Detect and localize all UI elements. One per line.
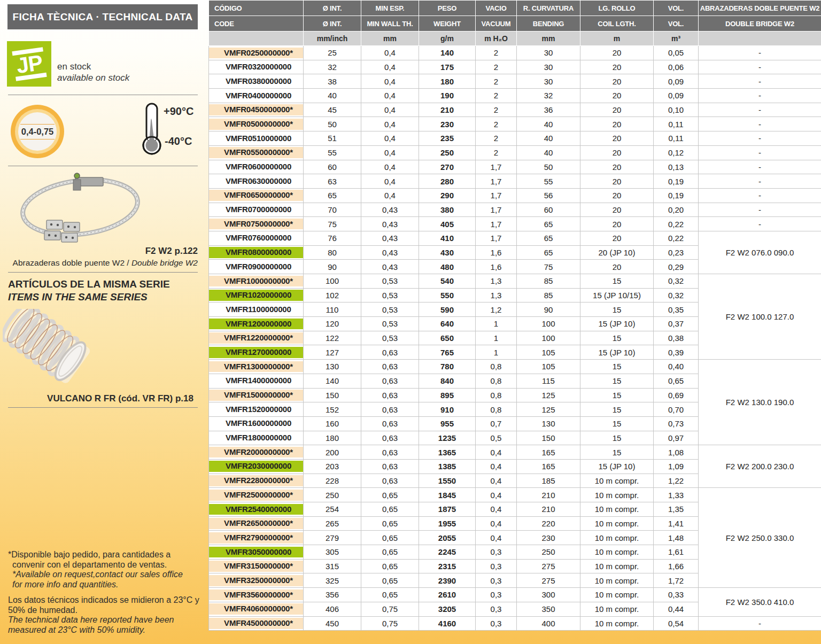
cell-diameter: 203 — [304, 459, 361, 474]
cell-diameter: 140 — [304, 374, 361, 388]
column-header: VACUUM — [476, 16, 517, 32]
cell-weight: 650 — [419, 331, 476, 345]
cell-vacuum: 1,7 — [476, 231, 517, 245]
cell-min-wall: 0,43 — [361, 231, 419, 245]
cell-clamp-ref: - — [699, 131, 821, 146]
divider — [8, 407, 198, 408]
cell-diameter: 325 — [304, 573, 361, 588]
cell-diameter: 127 — [304, 345, 361, 360]
unit-cell — [699, 32, 821, 46]
cell-bending: 130 — [517, 416, 580, 431]
wall-thickness-range: 0,4-0,75 — [20, 124, 55, 139]
cell-weight: 380 — [419, 203, 476, 217]
cell-coil-length: 20 — [580, 131, 654, 146]
cell-diameter: 100 — [304, 274, 361, 289]
cell-weight: 2055 — [419, 531, 476, 545]
cell-volume: 0,09 — [654, 89, 699, 103]
cell-bending: 275 — [517, 559, 580, 573]
cell-volume: 0,40 — [654, 360, 699, 374]
cell-bending: 210 — [517, 488, 580, 502]
code-highlight: VMFR0450000000* — [209, 104, 303, 115]
cell-bending: 105 — [517, 360, 580, 374]
unit-cell: mm — [517, 32, 580, 46]
column-header: MIN ESP. — [361, 1, 419, 16]
cell-coil-length: 15 — [580, 374, 654, 388]
cell-bending: 30 — [517, 46, 580, 60]
cell-weight: 2610 — [419, 588, 476, 602]
cell-vacuum: 0,8 — [476, 360, 517, 374]
cell-diameter: 40 — [304, 89, 361, 103]
cell-diameter: 80 — [304, 245, 361, 260]
cell-coil-length: 20 — [580, 103, 654, 117]
cell-min-wall: 0,53 — [361, 288, 419, 302]
badge-center: 0,4-0,75 — [18, 112, 57, 151]
column-header: Ø INT. — [304, 1, 361, 16]
divider — [8, 95, 198, 95]
cell-volume: 0,09 — [654, 74, 699, 89]
jp-stock-logo: JP — [7, 41, 51, 87]
code-highlight: VMFR0600000000 — [209, 161, 303, 173]
wall-thickness-badge: 0,4-0,75 — [11, 105, 64, 158]
cell-coil-length: 20 — [580, 117, 654, 131]
cell-diameter: 160 — [304, 416, 361, 431]
code-highlight: VMFR3250000000* — [209, 575, 303, 586]
cell-vacuum: 1 — [476, 331, 517, 345]
cell-volume: 0,73 — [654, 416, 699, 431]
cell-diameter: 90 — [304, 260, 361, 274]
cell-diameter: 315 — [304, 559, 361, 573]
cell-volume: 0,38 — [654, 331, 699, 345]
cell-coil-length: 15 — [580, 388, 654, 402]
cell-volume: 0,35 — [654, 302, 699, 317]
cell-code: VMFR1100000000 — [209, 302, 304, 317]
cell-diameter: 60 — [304, 160, 361, 174]
code-highlight: VMFR3150000000* — [209, 561, 303, 572]
cell-vacuum: 2 — [476, 117, 517, 131]
cell-min-wall: 0,63 — [361, 388, 419, 402]
cell-min-wall: 0,4 — [361, 145, 419, 160]
cell-clamp-ref: - — [699, 117, 821, 131]
cell-min-wall: 0,65 — [361, 545, 419, 560]
table-row: VMFR4500000000*4500,7541600,340010 m com… — [209, 616, 821, 631]
cell-bending: 350 — [517, 602, 580, 616]
cell-diameter: 65 — [304, 188, 361, 203]
cell-bending: 50 — [517, 160, 580, 174]
cell-bending: 30 — [517, 60, 580, 74]
cell-diameter: 110 — [304, 302, 361, 317]
cell-coil-length: 15 — [580, 360, 654, 374]
code-highlight: VMFR4060000000* — [209, 603, 303, 615]
cell-diameter: 279 — [304, 531, 361, 545]
cell-coil-length: 15 — [580, 416, 654, 431]
cell-weight: 290 — [419, 188, 476, 203]
cell-diameter: 70 — [304, 203, 361, 217]
cell-min-wall: 0,63 — [361, 474, 419, 488]
cell-min-wall: 0,63 — [361, 360, 419, 374]
cell-code: VMFR1000000000* — [209, 274, 304, 289]
cell-weight: 895 — [419, 388, 476, 402]
cell-volume: 0,11 — [654, 131, 699, 146]
cell-coil-length: 20 — [580, 145, 654, 160]
cell-coil-length: 20 — [580, 74, 654, 89]
cell-clamp-ref: - — [699, 60, 821, 74]
cell-weight: 175 — [419, 60, 476, 74]
cell-vacuum: 1,7 — [476, 174, 517, 189]
cell-coil-length: 10 m compr. — [580, 602, 654, 616]
cell-diameter: 450 — [304, 616, 361, 631]
cell-diameter: 152 — [304, 402, 361, 417]
cell-min-wall: 0,53 — [361, 302, 419, 317]
cell-diameter: 102 — [304, 288, 361, 302]
cell-weight: 180 — [419, 74, 476, 89]
cell-min-wall: 0,63 — [361, 459, 419, 474]
cell-weight: 640 — [419, 317, 476, 331]
cell-bending: 125 — [517, 388, 580, 402]
cell-clamp-ref: - — [699, 174, 821, 189]
cell-min-wall: 0,63 — [361, 416, 419, 431]
code-highlight: VMFR0500000000* — [209, 119, 303, 130]
cell-coil-length: 15 (JP 10/15) — [580, 288, 654, 302]
cell-volume: 1,22 — [654, 474, 699, 488]
cell-code: VMFR3250000000* — [209, 573, 304, 588]
unit-cell — [209, 32, 304, 46]
code-highlight: VMFR1020000000 — [209, 290, 303, 301]
cell-weight: 3205 — [419, 602, 476, 616]
cell-min-wall: 0,53 — [361, 317, 419, 331]
code-highlight: VMFR0550000000* — [209, 147, 303, 158]
